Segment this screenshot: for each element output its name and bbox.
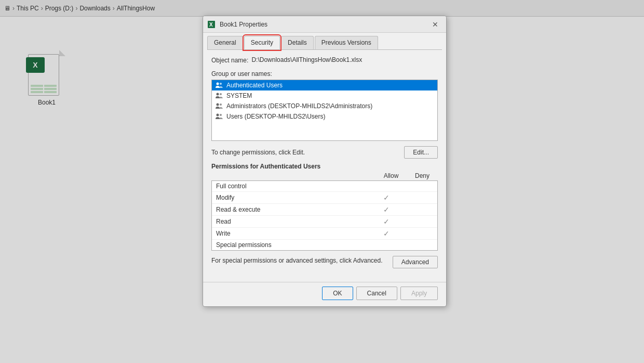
tab-general[interactable]: General	[207, 36, 243, 49]
user-icon-users	[215, 113, 223, 120]
object-name-value: D:\Downloads\AllThingsHow\Book1.xlsx	[251, 56, 362, 63]
properties-dialog: X Book1 Properties ✕ General Security De…	[203, 16, 447, 307]
svg-point-5	[220, 93, 222, 95]
user-group-icon	[215, 82, 223, 89]
dialog-title-icon: X	[207, 20, 216, 29]
user-item-system[interactable]: SYSTEM	[212, 90, 437, 101]
advanced-text: For special permissions or advanced sett…	[211, 256, 388, 265]
group-label: Group or user names:	[211, 70, 438, 77]
svg-point-3	[220, 83, 222, 85]
user-icon-system	[215, 92, 223, 99]
perm-row-read: Read	[212, 216, 437, 228]
permissions-table: Full control Modify Read & execute Read	[211, 180, 438, 251]
svg-point-2	[217, 83, 219, 85]
allow-header: Allow	[375, 172, 407, 179]
user-icon-admins	[215, 102, 223, 110]
user-name-system: SYSTEM	[226, 92, 252, 99]
perm-row-special: Special permissions	[212, 240, 437, 250]
user-item-admins[interactable]: Administrators (DESKTOP-MHILDS2\Administ…	[212, 101, 437, 111]
tab-details[interactable]: Details	[281, 36, 314, 49]
dialog-content: Object name: D:\Downloads\AllThingsHow\B…	[203, 50, 446, 282]
dialog-footer: OK Cancel Apply	[203, 282, 446, 306]
advanced-section: For special permissions or advanced sett…	[211, 256, 438, 268]
cancel-button[interactable]: Cancel	[356, 287, 397, 300]
change-permissions-row: To change permissions, click Edit. Edit.…	[211, 146, 438, 159]
permissions-label: Permissions for Authenticated Users	[211, 163, 438, 170]
object-name-label: Object name:	[211, 57, 248, 64]
user-item-users[interactable]: Users (DESKTOP-MHILDS2\Users)	[212, 111, 437, 122]
user-name-authenticated: Authenticated Users	[226, 82, 283, 89]
object-name-row: Object name: D:\Downloads\AllThingsHow\B…	[211, 56, 438, 64]
advanced-button[interactable]: Advanced	[393, 256, 438, 268]
dialog-titlebar: X Book1 Properties ✕	[203, 16, 446, 33]
tab-security[interactable]: Security	[244, 36, 280, 49]
edit-button[interactable]: Edit...	[404, 146, 438, 159]
svg-point-4	[217, 93, 219, 96]
permissions-header: Allow Deny	[211, 172, 438, 179]
dialog-title: Book1 Properties	[220, 21, 424, 28]
perm-row-full-control: Full control	[212, 181, 437, 192]
user-name-admins: Administrators (DESKTOP-MHILDS2\Administ…	[226, 102, 372, 110]
svg-point-9	[220, 114, 222, 116]
change-perm-text: To change permissions, click Edit.	[211, 149, 404, 156]
user-list: Authenticated Users SYSTEM Admin	[211, 80, 438, 141]
ok-button[interactable]: OK	[322, 287, 353, 300]
user-name-users: Users (DESKTOP-MHILDS2\Users)	[226, 113, 325, 120]
svg-text:X: X	[209, 22, 213, 28]
svg-point-8	[217, 114, 219, 116]
svg-point-6	[217, 103, 219, 106]
perm-row-modify: Modify	[212, 192, 437, 204]
apply-button[interactable]: Apply	[400, 287, 438, 300]
tab-previous-versions[interactable]: Previous Versions	[315, 36, 378, 49]
tab-bar: General Security Details Previous Versio…	[203, 33, 446, 49]
perm-row-read-execute: Read & execute	[212, 204, 437, 216]
svg-point-7	[220, 103, 222, 106]
user-item-authenticated[interactable]: Authenticated Users	[212, 80, 437, 90]
perm-row-write: Write	[212, 228, 437, 240]
deny-header: Deny	[407, 172, 438, 179]
close-button[interactable]: ✕	[428, 19, 442, 30]
